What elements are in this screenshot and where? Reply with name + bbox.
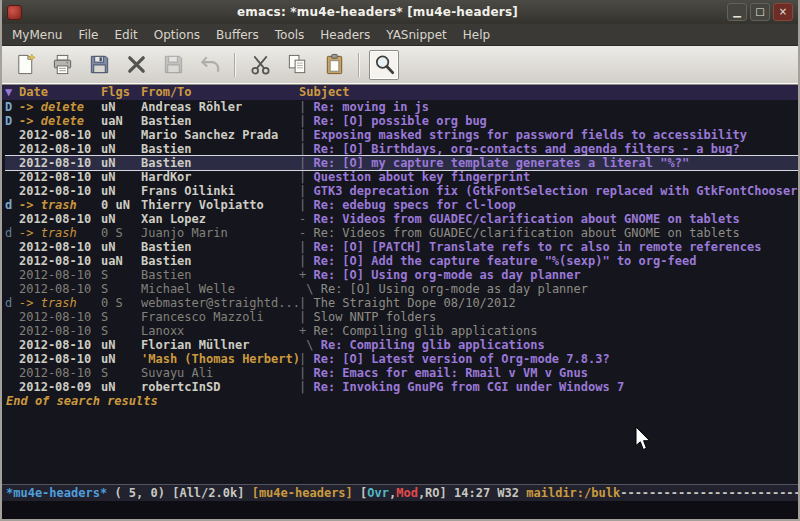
paste-button[interactable]: [319, 50, 349, 80]
subject-text: Exposing masked strings for password fie…: [313, 128, 746, 142]
subject-text: Re: Videos from GUADEC/clarification abo…: [313, 212, 739, 226]
message-row[interactable]: 2012-08-10 uN 'Mash (Thomas Herbert) | R…: [5, 352, 798, 366]
msg-date: 2012-08-10: [19, 128, 101, 142]
save-button[interactable]: [84, 50, 114, 80]
menu-item-mymenu[interactable]: MyMenu: [4, 26, 70, 44]
sort-direction-icon[interactable]: ▼: [5, 85, 19, 100]
close-button[interactable]: ×: [773, 3, 793, 21]
menu-item-tools[interactable]: Tools: [267, 26, 313, 44]
mark-char: [5, 184, 19, 198]
column-header-flags[interactable]: Flgs: [101, 85, 141, 100]
mark-char: d: [5, 226, 19, 240]
message-row[interactable]: 2012-08-10 S Michael Welle \ Re: [O] Usi…: [5, 282, 798, 296]
copy-button[interactable]: [282, 50, 312, 80]
mode-line: *mu4e-headers* ( 5, 0) [All/2.0k] [mu4e-…: [2, 484, 798, 501]
msg-date: 2012-08-10: [19, 324, 101, 338]
msg-flags: uN: [101, 100, 141, 114]
msg-subject: + Re: [O] Using org-mode as day planner: [299, 268, 798, 282]
msg-from: webmaster@straightd...: [141, 296, 299, 310]
column-header-from[interactable]: From/To: [141, 85, 299, 100]
menu-item-headers[interactable]: Headers: [312, 26, 378, 44]
subject-text: Re: Invoking GnuPG from CGI under Window…: [313, 380, 624, 394]
mode-line-segment: --------------------------: [620, 486, 798, 500]
close-button[interactable]: [121, 50, 151, 80]
message-row[interactable]: 2012-08-10 S Bastien + Re: [O] Using org…: [5, 268, 798, 282]
msg-flags: S: [101, 282, 141, 296]
cut-button[interactable]: [245, 50, 275, 80]
message-row[interactable]: d -> trash 0 S Juanjo Marin - Re: Videos…: [5, 226, 798, 240]
menu-item-yasnippet[interactable]: YASnippet: [378, 26, 455, 44]
message-row[interactable]: 2012-08-10 uN HardKor | Question about k…: [5, 170, 798, 184]
msg-subject: \ Re: Compiling glib applications: [299, 338, 798, 352]
maximize-button[interactable]: □: [750, 3, 770, 21]
message-row[interactable]: 2012-08-10 uN Bastien | Re: [O] Birthday…: [5, 142, 798, 156]
msg-flags: uaN: [101, 254, 141, 268]
echo-area[interactable]: [2, 501, 798, 519]
msg-from: robertcInSD: [141, 380, 299, 394]
menu-item-help[interactable]: Help: [455, 26, 498, 44]
msg-from: Mario Sanchez Prada: [141, 128, 299, 142]
msg-subject: | Re: edebug specs for cl-loop: [299, 198, 798, 212]
msg-date: 2012-08-10: [19, 240, 101, 254]
msg-from: Xan Lopez: [141, 212, 299, 226]
column-header-subject[interactable]: Subject: [299, 85, 798, 100]
thread-separator: |: [299, 296, 313, 310]
msg-subject: | The Straight Dope 08/10/2012: [299, 296, 798, 310]
msg-from: Michael Welle: [141, 282, 299, 296]
message-row[interactable]: 2012-08-10 uN Florian Müllner \ Re: Comp…: [5, 338, 798, 352]
message-row[interactable]: D -> delete uN Andreas Röhler | Re: movi…: [5, 100, 798, 114]
message-row[interactable]: 2012-08-10 S Lanoxx + Re: Compiling glib…: [5, 324, 798, 338]
msg-from: Bastien: [141, 114, 299, 128]
message-row[interactable]: d -> trash 0 S webmaster@straightd... | …: [5, 296, 798, 310]
paste-icon: [323, 53, 346, 76]
cut-icon: [249, 53, 272, 76]
subject-text: Re: Emacs for email: Rmail v VM v Gnus: [313, 366, 588, 380]
message-row[interactable]: 2012-08-10 S Francesco Mazzoli | Slow NN…: [5, 310, 798, 324]
subject-text: GTK3 deprecation fix (GtkFontSelection r…: [313, 184, 798, 198]
mode-line-segment: ,RO]: [418, 486, 454, 500]
message-row[interactable]: 2012-08-10 uN Frans Oilinki | GTK3 depre…: [5, 184, 798, 198]
message-row[interactable]: 2012-08-10 uaN Bastien | Re: [O] Add the…: [5, 254, 798, 268]
msg-date: 2012-08-10: [19, 254, 101, 268]
minimize-button[interactable]: ▁: [727, 3, 747, 21]
msg-from: Bastien: [141, 142, 299, 156]
undo-button: [195, 50, 225, 80]
message-row[interactable]: 2012-08-10 uN Mario Sanchez Prada | Expo…: [5, 128, 798, 142]
msg-flags: uN: [101, 156, 141, 170]
msg-flags: S: [101, 324, 141, 338]
message-row[interactable]: d -> trash 0 uN Thierry Volpiatto | Re: …: [5, 198, 798, 212]
message-row[interactable]: 2012-08-10 uN Xan Lopez - Re: Videos fro…: [5, 212, 798, 226]
msg-subject: | Re: [O] Latest version of Org-mode 7.8…: [299, 352, 798, 366]
message-row[interactable]: 2012-08-10 uN Bastien | Re: [O] my captu…: [5, 156, 798, 170]
message-row[interactable]: 2012-08-10 S Suvayu Ali | Re: Emacs for …: [5, 366, 798, 380]
msg-date: 2012-08-10: [19, 268, 101, 282]
subject-text: Re: [O] my capture template generates a …: [313, 156, 689, 170]
subject-text: Re: Videos from GUADEC/clarification abo…: [313, 226, 739, 240]
print-button[interactable]: [47, 50, 77, 80]
message-row[interactable]: D -> delete uaN Bastien | Re: [O] possib…: [5, 114, 798, 128]
menu-item-buffers[interactable]: Buffers: [208, 26, 267, 44]
mode-line-segment: Ovr: [367, 486, 389, 500]
message-row[interactable]: 2012-08-10 uN Bastien | Re: [O] [PATCH] …: [5, 240, 798, 254]
msg-flags: 0 S: [101, 226, 141, 240]
subject-text: Re: moving in js: [313, 100, 429, 114]
close-icon: [125, 53, 148, 76]
search-button[interactable]: [369, 50, 399, 80]
thread-separator: |: [299, 254, 313, 268]
menu-item-file[interactable]: File: [70, 26, 106, 44]
thread-separator: |: [299, 198, 313, 212]
msg-subject: | Re: moving in js: [299, 100, 798, 114]
new-file-button[interactable]: [10, 50, 40, 80]
column-header-date[interactable]: Date: [19, 85, 101, 100]
msg-date: -> trash: [19, 226, 101, 240]
msg-date: 2012-08-10: [19, 156, 101, 170]
message-row[interactable]: 2012-08-09 uN robertcInSD | Re: Invoking…: [5, 380, 798, 394]
msg-from: HardKor: [141, 170, 299, 184]
undo-icon: [199, 53, 222, 76]
menu-item-options[interactable]: Options: [146, 26, 208, 44]
mode-line-segment: maildir:/bulk: [526, 486, 620, 500]
menu-item-edit[interactable]: Edit: [107, 26, 146, 44]
msg-from: Bastien: [141, 240, 299, 254]
msg-subject: + Re: Compiling glib applications: [299, 324, 798, 338]
msg-from: Bastien: [141, 254, 299, 268]
